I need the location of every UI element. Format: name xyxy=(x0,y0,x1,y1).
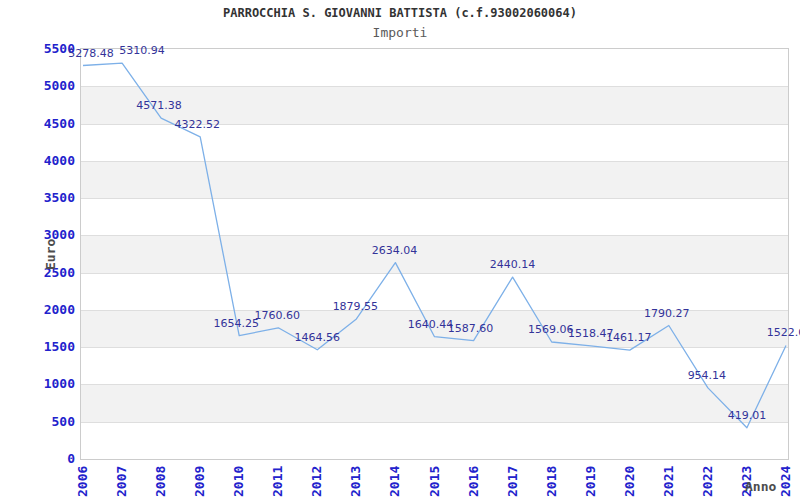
x-tick-label: 2021 xyxy=(662,466,676,497)
y-tick-label: 5500 xyxy=(0,41,75,56)
y-tick-label: 4500 xyxy=(0,116,75,131)
chart-title: PARROCCHIA S. GIOVANNI BATTISTA (c.f.930… xyxy=(0,6,800,20)
x-tick-label: 2008 xyxy=(154,466,168,497)
x-axis-title: Anno xyxy=(745,479,776,494)
x-tick-label: 2014 xyxy=(388,466,402,497)
chart-canvas: PARROCCHIA S. GIOVANNI BATTISTA (c.f.930… xyxy=(0,0,800,500)
x-tick-label: 2007 xyxy=(115,466,129,497)
x-tick-label: 2022 xyxy=(701,466,715,497)
x-tick-label: 2013 xyxy=(349,466,363,497)
y-axis-title: Euro xyxy=(43,239,58,270)
y-tick-label: 4000 xyxy=(0,153,75,168)
x-tick-label: 2009 xyxy=(193,466,207,497)
x-tick-label: 2017 xyxy=(506,466,520,497)
x-tick-label: 2016 xyxy=(467,466,481,497)
x-tick-label: 2015 xyxy=(428,466,442,497)
y-tick-label: 5000 xyxy=(0,78,75,93)
x-tick-label: 2012 xyxy=(310,466,324,497)
y-tick-label: 2500 xyxy=(0,265,75,280)
y-tick-label: 3500 xyxy=(0,190,75,205)
x-tick-label: 2019 xyxy=(584,466,598,497)
series-line xyxy=(81,49,788,459)
y-tick-label: 1000 xyxy=(0,376,75,391)
plot-area xyxy=(80,48,789,460)
x-tick-label: 2010 xyxy=(232,466,246,497)
x-tick-label: 2020 xyxy=(623,466,637,497)
x-tick-label: 2018 xyxy=(545,466,559,497)
x-tick-label: 2024 xyxy=(779,466,793,497)
y-tick-label: 3000 xyxy=(0,227,75,242)
x-tick-label: 2006 xyxy=(76,466,90,497)
y-tick-label: 2000 xyxy=(0,302,75,317)
x-tick-label: 2011 xyxy=(271,466,285,497)
y-tick-label: 1500 xyxy=(0,339,75,354)
chart-subtitle: Importi xyxy=(0,25,800,40)
y-tick-label: 0 xyxy=(0,451,75,466)
series-polyline xyxy=(83,63,786,428)
y-tick-label: 500 xyxy=(0,414,75,429)
